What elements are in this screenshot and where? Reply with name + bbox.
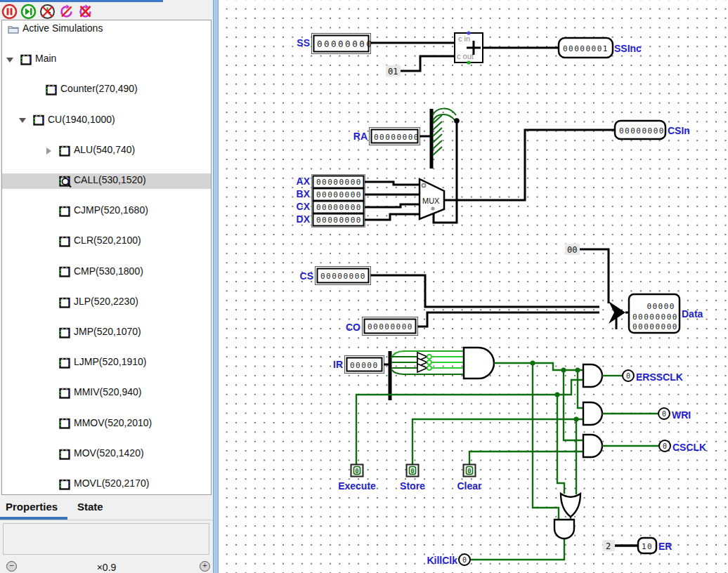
- killclk-output[interactable]: 0: [459, 554, 470, 565]
- wri-label: WRI: [672, 409, 691, 421]
- tree-item-label: Active Simulations: [22, 22, 103, 34]
- tree-item-label: JMP(520,1070): [74, 326, 141, 337]
- adder[interactable]: c in c out: [455, 31, 483, 64]
- tree-row-cjmp[interactable]: CJMP(520,1680): [2, 204, 211, 219]
- circuit-chip-icon: [59, 327, 70, 338]
- not-bubble-icon: [427, 366, 431, 370]
- clock-stop-icon[interactable]: [39, 4, 56, 20]
- ersscclk-output[interactable]: 0: [623, 370, 634, 381]
- magnifier-chip-icon: [59, 176, 70, 187]
- or-gate[interactable]: [561, 494, 580, 517]
- wri-and-gate[interactable]: [583, 402, 602, 425]
- tree-row-call[interactable]: CALL(530,1520): [2, 173, 211, 189]
- constant-01[interactable]: 01: [386, 65, 401, 77]
- ax-label: AX: [297, 176, 311, 187]
- tree-expand-arrow[interactable]: [6, 58, 13, 62]
- ssinc-value: 00000001: [563, 44, 609, 53]
- execute-button[interactable]: 0: [351, 465, 363, 477]
- ersscclk-label: ERSSCLK: [636, 371, 683, 383]
- tree-row-alu[interactable]: ALU(540,740): [2, 143, 211, 159]
- tree-item-label: LJMP(520,1910): [74, 356, 147, 367]
- tree-item-label: CMP(530,1800): [74, 265, 143, 277]
- cx-label: CX: [297, 201, 311, 212]
- clear-label: Clear: [457, 480, 482, 492]
- ss-register[interactable]: 00000000: [312, 34, 374, 54]
- tab-properties[interactable]: Properties: [6, 501, 58, 513]
- tree-item-label: CU(1940,1000): [48, 114, 115, 125]
- simulation-toolbar: [1, 3, 93, 20]
- ir-register[interactable]: 00000: [345, 356, 384, 374]
- pause-icon[interactable]: [1, 4, 18, 20]
- tree-row-mmiv[interactable]: MMIV(520,940): [2, 386, 211, 401]
- zoom-level-label: ×0.9: [0, 562, 213, 573]
- constant-2[interactable]: 2: [603, 540, 615, 551]
- er-label: ER: [658, 541, 672, 552]
- tree-row-ljmp[interactable]: LJMP(520,1910): [2, 355, 211, 371]
- store-button[interactable]: 0: [407, 465, 419, 477]
- svg-text:0: 0: [355, 468, 358, 475]
- run-step-icon[interactable]: [20, 4, 37, 20]
- tree-expand-arrow[interactable]: [19, 118, 26, 123]
- tree-row-cu[interactable]: CU(1940,1000): [2, 113, 211, 129]
- tree-row-mmov[interactable]: MMOV(520,2010): [2, 416, 211, 432]
- circuit-chip-icon: [33, 114, 44, 126]
- constant-00[interactable]: 00: [565, 244, 580, 255]
- data-row3: 00000000: [632, 322, 678, 331]
- er-output[interactable]: 10: [638, 538, 656, 553]
- co-register[interactable]: 00000000: [363, 317, 418, 336]
- ir-decode-and-gate[interactable]: [464, 348, 494, 378]
- tree-item-label: MOVL(520,2170): [74, 477, 149, 489]
- tree-row-counter[interactable]: Counter(270,490): [2, 82, 211, 98]
- tree-row-mov[interactable]: MOV(520,1420): [2, 447, 211, 462]
- zoom-in-button[interactable]: +: [200, 561, 210, 572]
- csclk-and-gate[interactable]: [583, 435, 602, 457]
- ersscclk-and-gate[interactable]: [583, 364, 602, 387]
- tree-row-movl[interactable]: MOVL(520,2170): [2, 477, 211, 492]
- refresh-cancel-icon[interactable]: [58, 4, 74, 20]
- tree-item-label: CALL(530,1520): [74, 174, 146, 185]
- svg-text:00: 00: [567, 245, 577, 255]
- cs-register[interactable]: 00000000: [316, 267, 371, 285]
- tree-row-main[interactable]: Main: [2, 52, 211, 67]
- ax-value: 00000000: [316, 178, 362, 187]
- csclk-output[interactable]: 0: [659, 440, 670, 452]
- tree-row-cmp[interactable]: CMP(530,1800): [2, 265, 211, 280]
- tree-item-label: Counter(270,490): [60, 83, 138, 94]
- circuit-canvas[interactable]: SS 00000000 c in c out 01 00000001 SSInc…: [219, 0, 728, 573]
- tree-row-clr[interactable]: CLR(520,2100): [2, 234, 211, 249]
- tree-item-label: Main: [35, 53, 56, 64]
- dx-value: 00000000: [316, 216, 362, 225]
- tab-state[interactable]: State: [77, 501, 103, 513]
- gp-register-bank[interactable]: 00000000 00000000 00000000 00000000: [312, 175, 365, 228]
- mux[interactable]: MUX: [420, 179, 444, 219]
- tree-row-jmp[interactable]: JMP(520,1070): [2, 325, 211, 341]
- ssinc-output[interactable]: 00000001: [559, 38, 613, 58]
- circuit-chip-icon: [59, 418, 70, 429]
- tree-expand-arrow[interactable]: [46, 147, 51, 154]
- csin-value: 00000000: [619, 126, 665, 136]
- wires-ir-bits-low: [391, 357, 464, 374]
- svg-text:0: 0: [662, 410, 666, 418]
- killclk-label: KillClk: [427, 555, 457, 566]
- bx-label: BX: [297, 188, 311, 199]
- mux-input-wires: [365, 182, 420, 220]
- tree-row-jlp[interactable]: JLP(520,2230): [2, 295, 211, 310]
- sidebar-canvas-divider[interactable]: [213, 0, 219, 573]
- data-output[interactable]: 00000 00000000 00000000: [629, 294, 680, 333]
- wire: [580, 249, 609, 303]
- csin-output[interactable]: 00000000: [615, 121, 665, 139]
- clear-button[interactable]: 0: [464, 465, 476, 477]
- svg-text:0: 0: [626, 372, 630, 380]
- svg-text:0: 0: [462, 556, 467, 564]
- ra-value: 00000000: [374, 133, 420, 142]
- wire-mux-to-csin: [444, 130, 615, 200]
- wire: [370, 275, 599, 307]
- ra-register[interactable]: 00000000: [370, 128, 420, 145]
- sidebar: Active Simulations Main: [0, 0, 213, 573]
- tree-row-active-simulations[interactable]: Active Simulations: [2, 22, 211, 37]
- refresh-cancel-alt-icon[interactable]: [77, 4, 93, 20]
- circuit-chip-icon: [59, 357, 70, 369]
- killclk-and-gate[interactable]: [554, 520, 574, 539]
- wri-output[interactable]: 0: [658, 408, 670, 419]
- active-simulations-tree: Active Simulations Main: [1, 20, 212, 495]
